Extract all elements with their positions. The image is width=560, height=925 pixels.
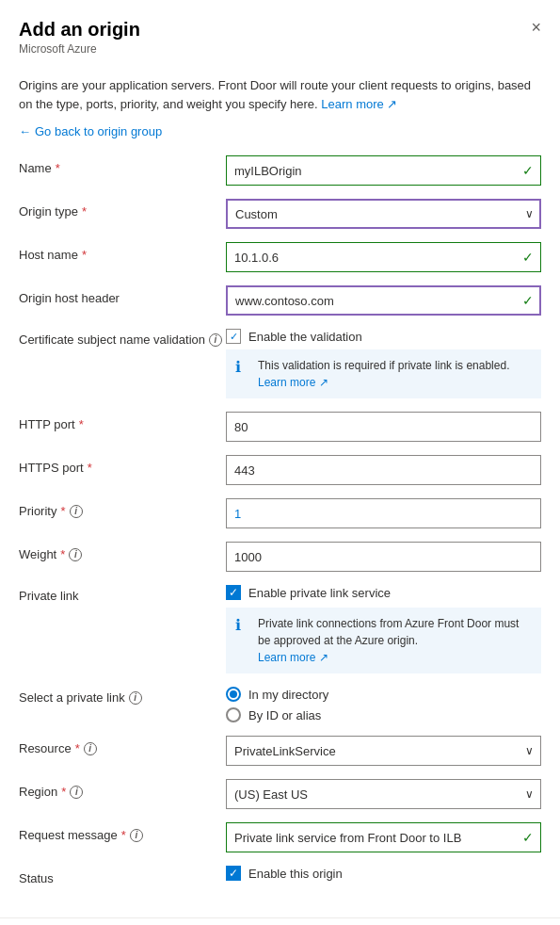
resource-row: Resource * i PrivateLinkService ∨ (19, 736, 541, 766)
region-select[interactable]: (US) East US (226, 779, 541, 809)
panel: Add an origin Microsoft Azure × Origins … (0, 0, 560, 925)
priority-required: * (60, 504, 65, 518)
name-input[interactable] (226, 155, 541, 186)
radio-by-id-label: By ID or alias (248, 708, 321, 722)
origin-type-row: Origin type * Custom App Service Blob St… (19, 199, 541, 229)
request-message-input[interactable] (226, 822, 541, 852)
radio-by-id-button[interactable] (226, 707, 241, 722)
region-row: Region * i (US) East US ∨ (19, 779, 541, 809)
status-checkbox[interactable]: ✓ (226, 866, 241, 881)
region-label: Region * i (19, 779, 226, 799)
request-message-info-icon[interactable]: i (130, 829, 143, 842)
select-private-link-label: Select a private link i (19, 687, 226, 705)
origin-type-label: Origin type * (19, 199, 226, 219)
select-private-link-control: In my directory By ID or alias (226, 687, 541, 722)
origin-host-header-input[interactable] (226, 285, 541, 316)
cert-validation-learn-more-link[interactable]: Learn more ↗ (258, 376, 328, 389)
private-link-radio-group: In my directory By ID or alias (226, 687, 541, 722)
close-button[interactable]: × (531, 19, 541, 36)
origin-type-select-wrap: Custom App Service Blob Storage ∨ (226, 199, 541, 229)
name-required: * (56, 161, 60, 175)
cert-validation-row: Certificate subject name validation i ✓ … (19, 329, 541, 398)
region-info-icon[interactable]: i (70, 786, 83, 799)
private-link-checkbox-label: Enable private link service (248, 586, 391, 600)
https-port-row: HTTPS port * (19, 455, 541, 485)
host-name-required: * (82, 248, 87, 262)
origin-type-select[interactable]: Custom App Service Blob Storage (226, 199, 541, 229)
radio-in-my-directory-button[interactable] (226, 687, 241, 702)
cert-validation-info-box: ℹ This validation is required if private… (226, 349, 541, 398)
name-control: ✓ (226, 155, 541, 186)
request-message-input-wrap: ✓ (226, 822, 541, 852)
private-link-checkbox-row: ✓ Enable private link service (226, 585, 541, 600)
region-select-wrap: (US) East US ∨ (226, 779, 541, 809)
cert-validation-checkbox-label: Enable the validation (248, 330, 362, 344)
weight-row: Weight * i (19, 542, 541, 572)
request-message-row: Request message * i ✓ (19, 822, 541, 852)
origin-host-header-label: Origin host header (19, 285, 226, 305)
http-port-input[interactable] (226, 412, 541, 442)
name-input-wrap: ✓ (226, 155, 541, 186)
http-port-row: HTTP port * (19, 412, 541, 442)
radio-in-my-directory[interactable]: In my directory (226, 687, 541, 702)
name-label: Name * (19, 155, 226, 175)
priority-row: Priority * i (19, 498, 541, 528)
select-private-link-info-icon[interactable]: i (129, 691, 142, 705)
https-port-input[interactable] (226, 455, 541, 485)
host-name-row: Host name * ✓ (19, 242, 541, 272)
request-message-required: * (121, 828, 126, 842)
host-name-input[interactable] (226, 242, 541, 272)
http-port-label: HTTP port * (19, 412, 226, 431)
priority-label: Priority * i (19, 498, 226, 518)
radio-inner-dot (230, 690, 237, 698)
description-learn-more-link[interactable]: Learn more ↗ (321, 97, 397, 111)
weight-input[interactable] (226, 542, 541, 572)
weight-info-icon[interactable]: i (69, 548, 82, 561)
status-checkbox-row: ✓ Enable this origin (226, 866, 541, 881)
radio-by-id[interactable]: By ID or alias (226, 707, 541, 722)
host-name-control: ✓ (226, 242, 541, 272)
priority-control (226, 498, 541, 528)
private-link-info-box: ℹ Private link connections from Azure Fr… (226, 608, 541, 673)
weight-label: Weight * i (19, 542, 226, 561)
http-port-required: * (79, 417, 84, 431)
cert-validation-info-icon[interactable]: i (209, 333, 222, 347)
priority-input[interactable] (226, 498, 541, 528)
https-port-label: HTTPS port * (19, 455, 226, 475)
private-link-checkbox[interactable]: ✓ (226, 585, 241, 600)
private-link-info-text: Private link connections from Azure Fron… (258, 615, 532, 666)
weight-required: * (60, 547, 65, 561)
cert-validation-label: Certificate subject name validation i (19, 329, 226, 347)
resource-required: * (75, 741, 80, 755)
host-name-valid-icon: ✓ (522, 250, 534, 265)
https-port-required: * (88, 461, 92, 475)
panel-footer: Add Cancel Close (0, 917, 560, 925)
status-control: ✓ Enable this origin (226, 866, 541, 884)
region-required: * (61, 785, 66, 799)
host-name-label: Host name * (19, 242, 226, 262)
panel-body: Origins are your application servers. Fr… (0, 65, 560, 917)
priority-info-icon[interactable]: i (70, 505, 83, 518)
origin-host-header-control: ✓ (226, 285, 541, 316)
origin-type-required: * (82, 204, 87, 219)
cert-validation-info-text: This validation is required if private l… (258, 357, 509, 391)
resource-info-icon[interactable]: i (84, 742, 97, 755)
panel-subtitle: Microsoft Azure (19, 42, 541, 56)
resource-select[interactable]: PrivateLinkService (226, 736, 541, 766)
cert-validation-checkbox[interactable]: ✓ (226, 329, 241, 344)
private-link-learn-more-link[interactable]: Learn more ↗ (258, 651, 328, 664)
back-link[interactable]: ← Go back to origin group (19, 124, 162, 138)
panel-title: Add an origin (19, 19, 541, 41)
description-text: Origins are your application servers. Fr… (19, 76, 541, 113)
description-content: Origins are your application servers. Fr… (19, 78, 531, 111)
http-port-control (226, 412, 541, 442)
private-link-row: Private link ✓ Enable private link servi… (19, 585, 541, 673)
origin-type-control: Custom App Service Blob Storage ∨ (226, 199, 541, 229)
resource-select-wrap: PrivateLinkService ∨ (226, 736, 541, 766)
origin-host-header-input-wrap: ✓ (226, 285, 541, 316)
private-link-info-circle-icon: ℹ (235, 616, 250, 634)
https-port-control (226, 455, 541, 485)
request-message-control: ✓ (226, 822, 541, 852)
origin-host-header-row: Origin host header ✓ (19, 285, 541, 316)
request-message-label: Request message * i (19, 822, 226, 842)
